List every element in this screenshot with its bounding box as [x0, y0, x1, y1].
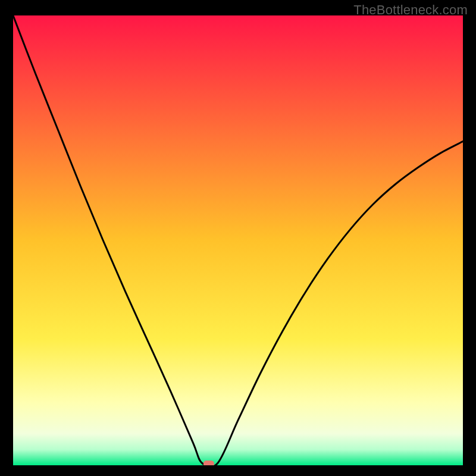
watermark-text: TheBottleneck.com [353, 2, 468, 18]
gradient-background [13, 15, 463, 465]
bottleneck-plot [13, 15, 463, 465]
chart-frame: TheBottleneck.com [0, 0, 476, 476]
optimum-marker [203, 461, 214, 465]
